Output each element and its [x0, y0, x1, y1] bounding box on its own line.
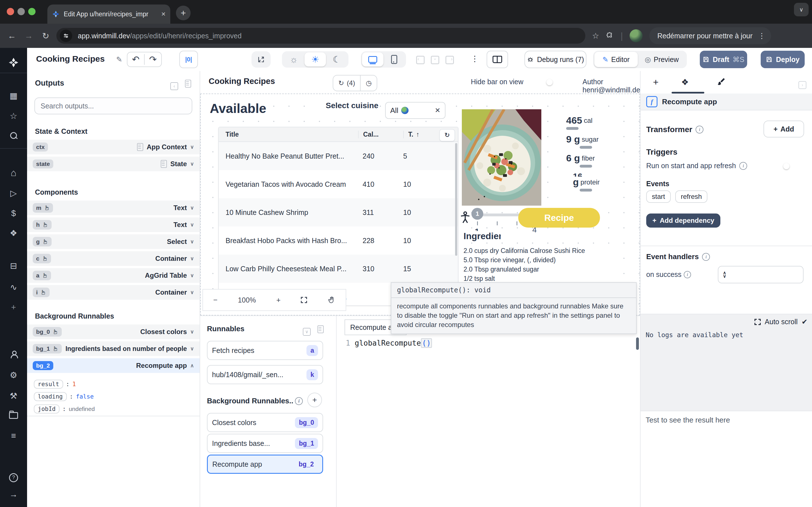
- chevron-down-icon[interactable]: ∨: [190, 329, 194, 335]
- theme-light-sun-icon[interactable]: ☀: [305, 52, 326, 66]
- history-icon[interactable]: ◷: [361, 79, 377, 87]
- clear-select-icon[interactable]: ✕: [435, 107, 441, 114]
- event-chip-start[interactable]: start: [646, 190, 671, 203]
- mobile-view-icon[interactable]: [384, 52, 405, 66]
- new-tab-button[interactable]: +: [176, 6, 191, 20]
- schedules-icon[interactable]: ⊟: [0, 261, 27, 271]
- window-minimize-button[interactable]: [17, 8, 25, 15]
- undo-icon[interactable]: ↶: [128, 54, 145, 65]
- search-icon[interactable]: [0, 131, 27, 141]
- chevron-down-icon[interactable]: ∨: [190, 289, 194, 295]
- edit-title-pencil-icon[interactable]: ✎: [116, 55, 122, 64]
- browser-tab[interactable]: Edit App u/henri/recipes_impr ✕: [47, 4, 170, 24]
- sort-arrow-icon[interactable]: ↑: [416, 131, 419, 138]
- add-transformer-button[interactable]: + Add: [763, 121, 804, 137]
- pan-hand-icon[interactable]: [327, 296, 336, 304]
- deploy-button[interactable]: Deploy: [761, 51, 805, 68]
- tab-preview[interactable]: ◎ Preview: [638, 52, 686, 67]
- desktop-view-icon[interactable]: [362, 52, 384, 66]
- runnable-card-fetch-recipes[interactable]: Fetch recipes a: [207, 341, 323, 360]
- chevron-down-icon[interactable]: ∨: [190, 238, 194, 245]
- chrome-update-button[interactable]: Redémarrer pour mettre à jour ⋮: [649, 27, 771, 44]
- table-row[interactable]: Healthy No Bake Peanut Butter Pret...240…: [219, 142, 458, 170]
- bookmark-star-icon[interactable]: ☆: [592, 31, 599, 41]
- add-bg-runnable-button[interactable]: +: [307, 393, 322, 407]
- add-icon[interactable]: +: [0, 302, 27, 312]
- info-icon[interactable]: [295, 397, 303, 405]
- runs-icon[interactable]: ▷: [0, 188, 27, 198]
- output-row-component[interactable]: h☞ Text∨: [27, 217, 200, 233]
- chevron-down-icon[interactable]: ∨: [190, 222, 194, 228]
- output-row-component[interactable]: i☞ Container∨: [27, 285, 200, 301]
- table-row[interactable]: 10 Minute Cashew Shrimp31110: [219, 198, 458, 226]
- table-row[interactable]: Vegetarian Tacos with Avocado Cream41010: [219, 170, 458, 198]
- add-dependency-button[interactable]: + Add dependency: [646, 214, 720, 228]
- expand-rail-icon[interactable]: →: [0, 490, 27, 499]
- doc-icon[interactable]: [185, 79, 191, 90]
- chevron-down-icon[interactable]: ∨: [190, 205, 194, 211]
- output-row-state[interactable]: state State∨: [27, 157, 200, 172]
- collapse-panel-icon[interactable]: ‹: [170, 79, 178, 90]
- folders-icon[interactable]: [0, 411, 27, 421]
- window-zoom-button[interactable]: [28, 8, 36, 15]
- panel-right-toggle-icon[interactable]: [446, 56, 454, 66]
- table-row[interactable]: Low Carb Philly Cheesesteak Meal P...310…: [219, 255, 458, 283]
- address-bar[interactable]: app.windmill.dev/apps/edit/u/henri/recip…: [56, 28, 585, 44]
- code-line[interactable]: 1 globalRecompute(): [337, 337, 639, 349]
- tab-editor[interactable]: ✎ Editor: [594, 52, 638, 67]
- chrome-menu-kebab-icon[interactable]: ⋮: [758, 32, 765, 40]
- redo-icon[interactable]: ↷: [145, 54, 161, 65]
- chevron-down-icon[interactable]: ∨: [190, 256, 194, 262]
- back-icon[interactable]: ←: [3, 31, 20, 41]
- info-icon[interactable]: [696, 126, 703, 133]
- favorites-icon[interactable]: ☆: [0, 111, 27, 121]
- help-icon[interactable]: [0, 471, 27, 482]
- theme-auto-icon[interactable]: ☼: [283, 52, 305, 66]
- expand-logs-icon[interactable]: [755, 319, 761, 325]
- chevron-down-icon[interactable]: ∨: [190, 346, 194, 352]
- output-row-component[interactable]: g☞ Select∨: [27, 234, 200, 250]
- styling-brush-tab-icon[interactable]: [717, 77, 726, 86]
- variables-icon[interactable]: $: [0, 209, 27, 218]
- site-settings-icon[interactable]: [60, 30, 72, 42]
- windmill-logo[interactable]: [0, 57, 27, 70]
- resources-icon[interactable]: ❖: [0, 228, 27, 238]
- doc-icon[interactable]: [317, 325, 324, 335]
- output-row-bg0[interactable]: bg_0☞ Closest colors∨: [27, 325, 200, 340]
- apps-icon[interactable]: ▦: [0, 91, 27, 101]
- profile-avatar[interactable]: [629, 29, 643, 42]
- window-close-button[interactable]: [7, 8, 14, 15]
- workers-icon[interactable]: ⚒: [0, 391, 27, 401]
- home-icon[interactable]: ⌂: [0, 167, 27, 178]
- audit-logs-icon[interactable]: ≡: [0, 431, 27, 441]
- refresh-all-button[interactable]: ↻ (4): [333, 75, 361, 91]
- tab-close-icon[interactable]: ✕: [161, 11, 166, 17]
- theme-dark-moon-icon[interactable]: ☾: [326, 52, 347, 66]
- panel-left-toggle-icon[interactable]: [416, 56, 424, 66]
- bg-runnable-card-bg1[interactable]: Ingredients base... bg_1: [207, 434, 323, 453]
- search-outputs-input[interactable]: Search outputs...: [35, 98, 192, 114]
- output-row-ctx[interactable]: ctx App Context∨: [27, 140, 200, 156]
- collapse-section-icon[interactable]: ∨: [303, 325, 311, 336]
- chevron-down-icon[interactable]: ∨: [190, 161, 194, 167]
- col-title[interactable]: Title: [219, 131, 358, 138]
- reload-icon[interactable]: ↻: [37, 31, 54, 41]
- bg-runnable-card-bg0[interactable]: Closest colors bg_0: [207, 413, 323, 432]
- slider-handle[interactable]: 1: [471, 208, 483, 220]
- recipe-button[interactable]: Recipe: [518, 208, 600, 228]
- cuisine-select[interactable]: All ✕: [385, 102, 446, 119]
- col-time[interactable]: T.: [408, 131, 413, 138]
- draft-button[interactable]: Draft ⌘S: [700, 51, 747, 68]
- info-icon[interactable]: [739, 162, 747, 170]
- more-options-kebab-icon[interactable]: ⋮: [471, 54, 479, 63]
- docs-book-button[interactable]: [487, 51, 508, 68]
- user-icon[interactable]: [0, 350, 27, 359]
- insert-component-tab-icon[interactable]: +: [653, 76, 659, 88]
- output-row-bg1[interactable]: bg_1☞ Ingredients based on number of peo…: [27, 341, 200, 357]
- flows-icon[interactable]: ∿: [0, 282, 27, 292]
- zoom-out-icon[interactable]: −: [213, 296, 217, 304]
- info-icon[interactable]: [702, 253, 710, 261]
- table-refresh-button[interactable]: ↻: [439, 129, 455, 142]
- bg-runnable-card-bg2-selected[interactable]: Recompute app bg_2: [207, 455, 323, 474]
- output-row-component[interactable]: c☞ Container∨: [27, 251, 200, 267]
